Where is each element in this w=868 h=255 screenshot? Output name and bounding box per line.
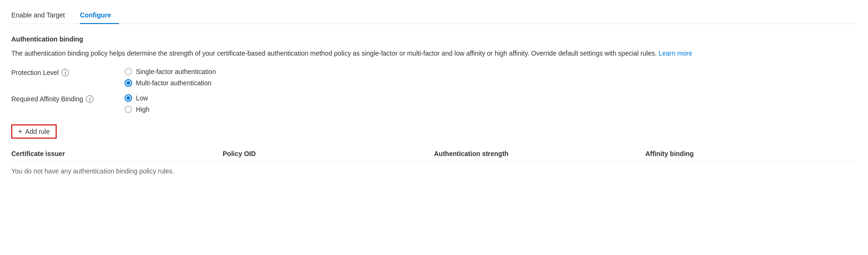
high-radio[interactable] (125, 106, 132, 113)
high-label: High (136, 106, 150, 113)
protection-level-label: Protection Level i (11, 68, 125, 76)
protection-level-options: Single-factor authentication Multi-facto… (125, 68, 216, 87)
page-container: Enable and Target Configure Authenticati… (0, 0, 868, 255)
plus-icon: + (18, 128, 22, 135)
column-certificate-issuer: Certificate issuer (11, 146, 223, 162)
low-label: Low (136, 94, 148, 102)
low-radio[interactable] (125, 94, 132, 102)
learn-more-link[interactable]: Learn more (659, 49, 693, 57)
multi-factor-radio[interactable] (125, 79, 132, 87)
rules-table: Certificate issuer Policy OID Authentica… (11, 146, 857, 181)
column-authentication-strength: Authentication strength (434, 146, 645, 162)
add-rule-button[interactable]: + Add rule (11, 124, 57, 139)
add-rule-label: Add rule (25, 128, 50, 135)
tab-configure[interactable]: Configure (80, 8, 118, 24)
section-title: Authentication binding (11, 35, 857, 43)
affinity-binding-options: Low High (125, 94, 150, 113)
protection-level-info-icon[interactable]: i (61, 69, 69, 76)
affinity-binding-label: Required Affinity Binding i (11, 94, 125, 103)
low-option[interactable]: Low (125, 94, 150, 102)
table-body: You do not have any authentication bindi… (11, 162, 857, 181)
empty-state-row: You do not have any authentication bindi… (11, 162, 857, 181)
single-factor-label: Single-factor authentication (136, 68, 216, 75)
single-factor-option[interactable]: Single-factor authentication (125, 68, 216, 75)
tab-enable-and-target[interactable]: Enable and Target (11, 8, 72, 24)
table-header-row: Certificate issuer Policy OID Authentica… (11, 146, 857, 162)
tabs-bar: Enable and Target Configure (11, 8, 857, 24)
multi-factor-label: Multi-factor authentication (136, 79, 211, 87)
empty-state-message: You do not have any authentication bindi… (11, 162, 857, 181)
high-option[interactable]: High (125, 106, 150, 113)
table-header: Certificate issuer Policy OID Authentica… (11, 146, 857, 162)
multi-factor-option[interactable]: Multi-factor authentication (125, 79, 216, 87)
single-factor-radio[interactable] (125, 68, 132, 75)
column-affinity-binding: Affinity binding (645, 146, 857, 162)
affinity-binding-info-icon[interactable]: i (86, 95, 93, 103)
affinity-binding-row: Required Affinity Binding i Low High (11, 94, 857, 113)
column-policy-oid: Policy OID (223, 146, 434, 162)
section-description: The authentication binding policy helps … (11, 49, 851, 58)
protection-level-row: Protection Level i Single-factor authent… (11, 68, 857, 87)
